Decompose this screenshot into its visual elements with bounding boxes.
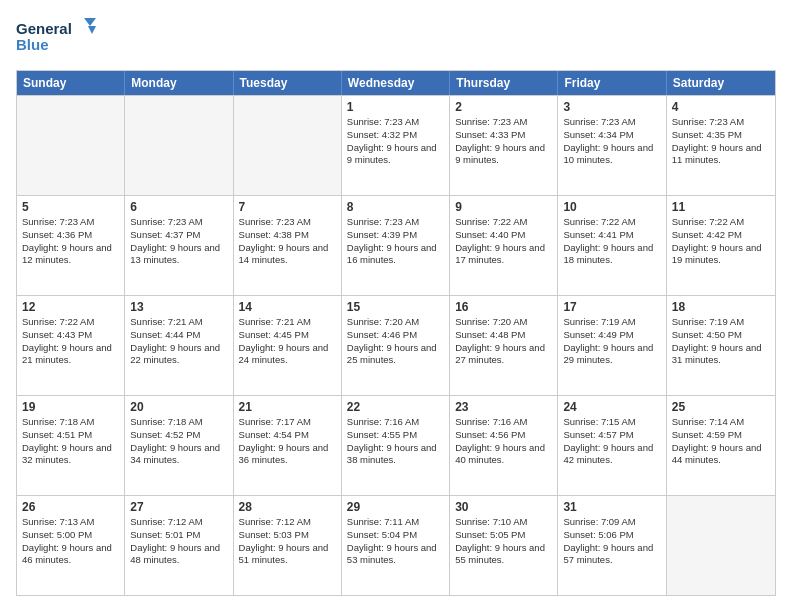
empty-cell xyxy=(125,96,233,195)
day-info: Sunrise: 7:19 AM Sunset: 4:49 PM Dayligh… xyxy=(563,316,660,367)
calendar-day-8: 8Sunrise: 7:23 AM Sunset: 4:39 PM Daylig… xyxy=(342,196,450,295)
calendar-day-12: 12Sunrise: 7:22 AM Sunset: 4:43 PM Dayli… xyxy=(17,296,125,395)
day-number: 30 xyxy=(455,500,552,514)
day-number: 3 xyxy=(563,100,660,114)
logo: General Blue xyxy=(16,16,96,60)
calendar-row: 5Sunrise: 7:23 AM Sunset: 4:36 PM Daylig… xyxy=(17,195,775,295)
day-number: 4 xyxy=(672,100,770,114)
calendar-day-27: 27Sunrise: 7:12 AM Sunset: 5:01 PM Dayli… xyxy=(125,496,233,595)
calendar-day-10: 10Sunrise: 7:22 AM Sunset: 4:41 PM Dayli… xyxy=(558,196,666,295)
day-info: Sunrise: 7:21 AM Sunset: 4:45 PM Dayligh… xyxy=(239,316,336,367)
day-info: Sunrise: 7:16 AM Sunset: 4:55 PM Dayligh… xyxy=(347,416,444,467)
day-number: 26 xyxy=(22,500,119,514)
svg-marker-3 xyxy=(88,26,96,34)
day-info: Sunrise: 7:23 AM Sunset: 4:38 PM Dayligh… xyxy=(239,216,336,267)
day-number: 2 xyxy=(455,100,552,114)
calendar-row: 12Sunrise: 7:22 AM Sunset: 4:43 PM Dayli… xyxy=(17,295,775,395)
day-info: Sunrise: 7:10 AM Sunset: 5:05 PM Dayligh… xyxy=(455,516,552,567)
weekday-header: Friday xyxy=(558,71,666,95)
day-number: 9 xyxy=(455,200,552,214)
day-info: Sunrise: 7:23 AM Sunset: 4:36 PM Dayligh… xyxy=(22,216,119,267)
calendar-day-14: 14Sunrise: 7:21 AM Sunset: 4:45 PM Dayli… xyxy=(234,296,342,395)
day-info: Sunrise: 7:16 AM Sunset: 4:56 PM Dayligh… xyxy=(455,416,552,467)
svg-marker-2 xyxy=(84,18,96,26)
day-number: 25 xyxy=(672,400,770,414)
day-info: Sunrise: 7:21 AM Sunset: 4:44 PM Dayligh… xyxy=(130,316,227,367)
page: General Blue SundayMondayTuesdayWednesda… xyxy=(0,0,792,612)
calendar-row: 1Sunrise: 7:23 AM Sunset: 4:32 PM Daylig… xyxy=(17,95,775,195)
day-number: 31 xyxy=(563,500,660,514)
header: General Blue xyxy=(16,16,776,60)
day-number: 21 xyxy=(239,400,336,414)
day-number: 15 xyxy=(347,300,444,314)
calendar-day-5: 5Sunrise: 7:23 AM Sunset: 4:36 PM Daylig… xyxy=(17,196,125,295)
day-info: Sunrise: 7:23 AM Sunset: 4:39 PM Dayligh… xyxy=(347,216,444,267)
calendar-day-6: 6Sunrise: 7:23 AM Sunset: 4:37 PM Daylig… xyxy=(125,196,233,295)
weekday-header: Saturday xyxy=(667,71,775,95)
day-info: Sunrise: 7:19 AM Sunset: 4:50 PM Dayligh… xyxy=(672,316,770,367)
day-number: 6 xyxy=(130,200,227,214)
day-number: 17 xyxy=(563,300,660,314)
calendar: SundayMondayTuesdayWednesdayThursdayFrid… xyxy=(16,70,776,596)
weekday-header: Tuesday xyxy=(234,71,342,95)
calendar-row: 26Sunrise: 7:13 AM Sunset: 5:00 PM Dayli… xyxy=(17,495,775,595)
day-info: Sunrise: 7:23 AM Sunset: 4:32 PM Dayligh… xyxy=(347,116,444,167)
day-number: 10 xyxy=(563,200,660,214)
day-info: Sunrise: 7:15 AM Sunset: 4:57 PM Dayligh… xyxy=(563,416,660,467)
day-info: Sunrise: 7:22 AM Sunset: 4:41 PM Dayligh… xyxy=(563,216,660,267)
calendar-day-16: 16Sunrise: 7:20 AM Sunset: 4:48 PM Dayli… xyxy=(450,296,558,395)
calendar-day-15: 15Sunrise: 7:20 AM Sunset: 4:46 PM Dayli… xyxy=(342,296,450,395)
day-number: 29 xyxy=(347,500,444,514)
empty-cell xyxy=(234,96,342,195)
calendar-day-11: 11Sunrise: 7:22 AM Sunset: 4:42 PM Dayli… xyxy=(667,196,775,295)
svg-text:Blue: Blue xyxy=(16,36,49,53)
calendar-day-29: 29Sunrise: 7:11 AM Sunset: 5:04 PM Dayli… xyxy=(342,496,450,595)
calendar-day-9: 9Sunrise: 7:22 AM Sunset: 4:40 PM Daylig… xyxy=(450,196,558,295)
calendar-day-22: 22Sunrise: 7:16 AM Sunset: 4:55 PM Dayli… xyxy=(342,396,450,495)
empty-cell xyxy=(667,496,775,595)
day-number: 16 xyxy=(455,300,552,314)
day-number: 19 xyxy=(22,400,119,414)
day-info: Sunrise: 7:23 AM Sunset: 4:35 PM Dayligh… xyxy=(672,116,770,167)
day-info: Sunrise: 7:12 AM Sunset: 5:01 PM Dayligh… xyxy=(130,516,227,567)
day-number: 28 xyxy=(239,500,336,514)
day-info: Sunrise: 7:23 AM Sunset: 4:37 PM Dayligh… xyxy=(130,216,227,267)
calendar-body: 1Sunrise: 7:23 AM Sunset: 4:32 PM Daylig… xyxy=(17,95,775,595)
day-number: 1 xyxy=(347,100,444,114)
day-info: Sunrise: 7:09 AM Sunset: 5:06 PM Dayligh… xyxy=(563,516,660,567)
weekday-header: Thursday xyxy=(450,71,558,95)
calendar-day-13: 13Sunrise: 7:21 AM Sunset: 4:44 PM Dayli… xyxy=(125,296,233,395)
day-number: 12 xyxy=(22,300,119,314)
day-number: 24 xyxy=(563,400,660,414)
day-number: 27 xyxy=(130,500,227,514)
day-info: Sunrise: 7:18 AM Sunset: 4:51 PM Dayligh… xyxy=(22,416,119,467)
day-number: 20 xyxy=(130,400,227,414)
day-number: 5 xyxy=(22,200,119,214)
calendar-day-23: 23Sunrise: 7:16 AM Sunset: 4:56 PM Dayli… xyxy=(450,396,558,495)
calendar-day-2: 2Sunrise: 7:23 AM Sunset: 4:33 PM Daylig… xyxy=(450,96,558,195)
calendar-day-19: 19Sunrise: 7:18 AM Sunset: 4:51 PM Dayli… xyxy=(17,396,125,495)
day-number: 14 xyxy=(239,300,336,314)
calendar-day-21: 21Sunrise: 7:17 AM Sunset: 4:54 PM Dayli… xyxy=(234,396,342,495)
day-info: Sunrise: 7:11 AM Sunset: 5:04 PM Dayligh… xyxy=(347,516,444,567)
day-info: Sunrise: 7:14 AM Sunset: 4:59 PM Dayligh… xyxy=(672,416,770,467)
day-info: Sunrise: 7:13 AM Sunset: 5:00 PM Dayligh… xyxy=(22,516,119,567)
day-info: Sunrise: 7:23 AM Sunset: 4:33 PM Dayligh… xyxy=(455,116,552,167)
day-number: 8 xyxy=(347,200,444,214)
day-info: Sunrise: 7:22 AM Sunset: 4:43 PM Dayligh… xyxy=(22,316,119,367)
calendar-day-25: 25Sunrise: 7:14 AM Sunset: 4:59 PM Dayli… xyxy=(667,396,775,495)
day-number: 22 xyxy=(347,400,444,414)
calendar-day-17: 17Sunrise: 7:19 AM Sunset: 4:49 PM Dayli… xyxy=(558,296,666,395)
weekday-header: Sunday xyxy=(17,71,125,95)
calendar-day-24: 24Sunrise: 7:15 AM Sunset: 4:57 PM Dayli… xyxy=(558,396,666,495)
svg-text:General: General xyxy=(16,20,72,37)
day-info: Sunrise: 7:20 AM Sunset: 4:46 PM Dayligh… xyxy=(347,316,444,367)
calendar-day-28: 28Sunrise: 7:12 AM Sunset: 5:03 PM Dayli… xyxy=(234,496,342,595)
calendar-header: SundayMondayTuesdayWednesdayThursdayFrid… xyxy=(17,71,775,95)
weekday-header: Wednesday xyxy=(342,71,450,95)
day-number: 11 xyxy=(672,200,770,214)
calendar-day-18: 18Sunrise: 7:19 AM Sunset: 4:50 PM Dayli… xyxy=(667,296,775,395)
calendar-day-31: 31Sunrise: 7:09 AM Sunset: 5:06 PM Dayli… xyxy=(558,496,666,595)
calendar-day-4: 4Sunrise: 7:23 AM Sunset: 4:35 PM Daylig… xyxy=(667,96,775,195)
calendar-day-3: 3Sunrise: 7:23 AM Sunset: 4:34 PM Daylig… xyxy=(558,96,666,195)
